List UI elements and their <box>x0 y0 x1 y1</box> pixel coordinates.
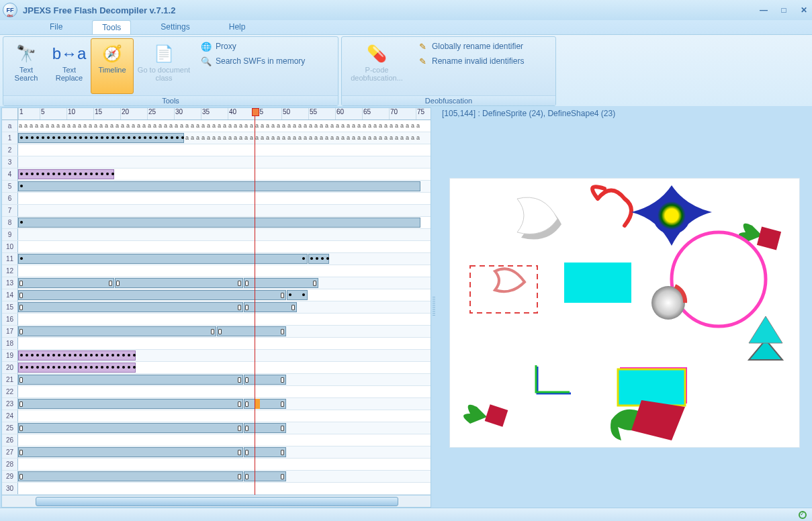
timeline-clip[interactable] <box>18 350 136 361</box>
menu-settings[interactable]: Settings <box>151 20 199 34</box>
timeline-row[interactable]: 9 <box>2 229 431 241</box>
timeline-row[interactable]: 17 <box>2 326 431 338</box>
window-title: JPEXS Free Flash Decompiler v.7.1.2 <box>23 5 175 15</box>
timeline-row[interactable]: 15 <box>2 301 431 314</box>
timeline-clip[interactable] <box>217 326 286 336</box>
horizontal-scrollbar[interactable] <box>2 495 431 507</box>
rename-invalid-button[interactable]: ✎ Rename invalid identifiers <box>414 54 527 68</box>
timeline-clip[interactable] <box>18 363 136 373</box>
timeline-row[interactable]: 26 <box>2 434 431 446</box>
timeline-clip[interactable] <box>18 133 184 143</box>
pcode-deobfuscation-button: 💊 P-code deobfuscation... <box>343 38 410 94</box>
search-memory-button[interactable]: 🔍 Search SWFs in memory <box>198 54 308 68</box>
timeline-clip[interactable] <box>18 290 286 300</box>
timeline-row[interactable]: 5 <box>2 181 431 193</box>
timeline-row[interactable]: 3 <box>2 156 431 169</box>
menu-help[interactable]: Help <box>220 20 255 34</box>
globally-rename-button[interactable]: ✎ Globally rename identifier <box>414 40 527 53</box>
timeline-clip[interactable] <box>287 290 308 300</box>
menu-tools[interactable]: Tools <box>92 20 131 34</box>
timeline-row[interactable]: 10 <box>2 241 431 253</box>
timeline-row[interactable]: 19 <box>2 350 431 362</box>
timeline-clip[interactable] <box>115 278 243 288</box>
timeline-clip[interactable] <box>18 326 216 336</box>
row-number: 2 <box>2 144 18 156</box>
search-memory-label: Search SWFs in memory <box>216 56 305 66</box>
row-number: 6 <box>2 193 18 204</box>
timeline-row[interactable]: 28 <box>2 459 431 471</box>
maximize-button[interactable]: □ <box>778 5 789 15</box>
timeline-clip[interactable] <box>244 399 286 409</box>
timeline-row[interactable]: 25 <box>2 422 431 434</box>
replace-icon: b↔a <box>58 43 80 64</box>
splitter[interactable] <box>431 106 437 508</box>
timeline-row[interactable]: aaaaaaaaaaaaaaaaaaaaaaaaaaaaaaaaaaaaaaaa… <box>2 120 431 132</box>
timeline-clip[interactable] <box>18 181 420 191</box>
timeline-row[interactable]: 16 <box>2 314 431 326</box>
text-replace-button[interactable]: b↔a Text Replace <box>48 38 91 94</box>
timeline-row[interactable]: 22 <box>2 386 431 398</box>
timeline-button[interactable]: 🧭 Timeline <box>91 38 134 94</box>
timeline-clip[interactable] <box>244 423 286 433</box>
timeline-row[interactable]: 4 <box>2 169 431 181</box>
timeline-row[interactable]: 1aaaaaaaaaaaaaaaaaaaaaaaaaaaaaaaaaaaaaaa… <box>2 132 431 144</box>
timeline-clip[interactable] <box>18 471 243 481</box>
timeline-row[interactable]: 12 <box>2 265 431 277</box>
svg-rect-3 <box>564 263 631 303</box>
close-button[interactable]: ✕ <box>799 5 809 15</box>
timeline-pane: 151015202530354045505560657075 aaaaaaaaa… <box>1 107 431 508</box>
row-number: 7 <box>2 205 18 216</box>
timeline-row[interactable]: 18 <box>2 338 431 350</box>
row-number: 11 <box>2 253 18 265</box>
row-number: 25 <box>2 422 18 434</box>
menubar: File Tools Settings Help <box>0 20 812 35</box>
timeline-row[interactable]: 30 <box>2 483 431 495</box>
statusbar <box>0 508 812 521</box>
menu-file[interactable]: File <box>40 20 72 34</box>
scrollbar-thumb[interactable] <box>36 497 398 506</box>
timeline-row[interactable]: 27 <box>2 446 431 459</box>
timeline-clip[interactable] <box>244 471 286 481</box>
workspace: 151015202530354045505560657075 aaaaaaaaa… <box>0 106 812 508</box>
timeline-row[interactable]: 21 <box>2 374 431 386</box>
timeline-row[interactable]: 13 <box>2 277 431 289</box>
timeline-ruler[interactable]: 151015202530354045505560657075 <box>2 108 431 120</box>
svg-marker-11 <box>631 400 685 440</box>
timeline-clip[interactable] <box>244 447 286 457</box>
timeline-clip[interactable] <box>18 169 114 179</box>
svg-rect-1 <box>756 227 780 250</box>
timeline-row[interactable]: 14 <box>2 289 431 301</box>
timeline-clip[interactable] <box>244 302 297 312</box>
timeline-clip[interactable] <box>18 399 243 409</box>
timeline-body[interactable]: aaaaaaaaaaaaaaaaaaaaaaaaaaaaaaaaaaaaaaaa… <box>2 120 431 495</box>
timeline-row[interactable]: 6 <box>2 193 431 205</box>
minimize-button[interactable]: — <box>758 5 769 15</box>
stage[interactable] <box>450 179 799 447</box>
timeline-row[interactable]: 7 <box>2 205 431 217</box>
timeline-row[interactable]: 20 <box>2 362 431 374</box>
timeline-clip[interactable] <box>308 254 329 264</box>
timeline-clip[interactable] <box>18 254 308 264</box>
text-search-button[interactable]: 🔭 Text Search <box>5 38 48 94</box>
playhead[interactable] <box>255 108 255 495</box>
timeline-row[interactable]: 29 <box>2 471 431 483</box>
coordinates-label: [105,144] : DefineSprite (24), DefineSha… <box>439 107 809 120</box>
timeline-clip[interactable] <box>18 423 243 433</box>
timeline-clip[interactable] <box>18 278 114 288</box>
timeline-row[interactable]: 11 <box>2 253 431 265</box>
timeline-row[interactable]: 2 <box>2 144 431 156</box>
timeline-clip[interactable] <box>18 302 243 312</box>
timeline-clip[interactable] <box>18 447 243 457</box>
proxy-button[interactable]: 🌐 Proxy <box>198 40 308 53</box>
timeline-row[interactable]: 8 <box>2 217 431 229</box>
timeline-row[interactable]: 23 <box>2 398 431 410</box>
timeline-clip[interactable] <box>244 375 286 385</box>
globally-rename-label: Globally rename identifier <box>432 42 523 51</box>
timeline-clip[interactable] <box>18 375 243 385</box>
timeline-clip[interactable] <box>18 218 420 228</box>
status-ok-icon <box>799 511 807 519</box>
search-icon: 🔍 <box>201 56 212 66</box>
timeline-row[interactable]: 24 <box>2 410 431 422</box>
compass-icon: 🧭 <box>101 43 123 64</box>
row-number: 26 <box>2 434 18 446</box>
